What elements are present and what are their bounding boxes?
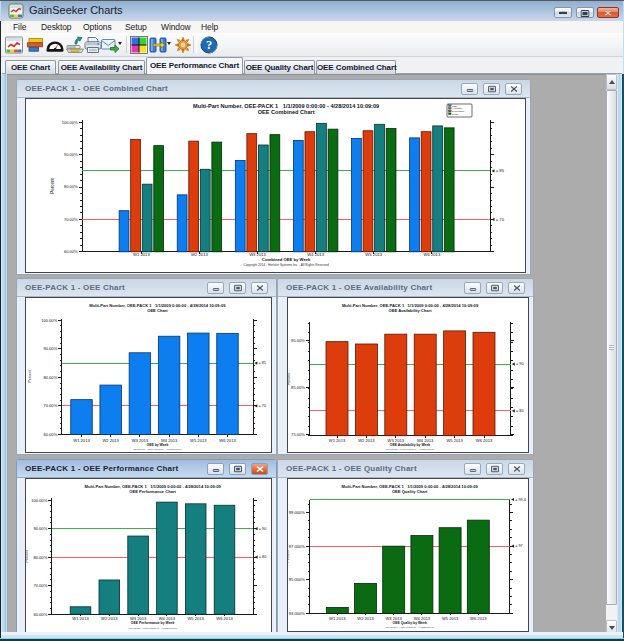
toolbar-help-button[interactable]: ? — [199, 35, 219, 55]
tab-oee-combined-chart[interactable]: OEE Combined Chart — [316, 60, 396, 74]
child-window-title: OEE-PACK 1 - OEE Performance Chart — [25, 464, 178, 473]
svg-text:= 90: = 90 — [516, 362, 524, 366]
child-close-button[interactable] — [508, 282, 525, 294]
bar-chart-icon — [26, 35, 46, 55]
toolbar-bar-chart-button[interactable] — [26, 35, 46, 55]
svg-text:OEE Quality by Week: OEE Quality by Week — [393, 621, 427, 625]
child-maximize-button[interactable] — [486, 463, 503, 475]
svg-text:= 85: = 85 — [259, 361, 267, 365]
child-title-bar[interactable]: OEE-PACK 1 - OEE Availability Chart — [278, 279, 533, 297]
toolbar-color-grid-button[interactable] — [129, 35, 149, 55]
child-window-quality[interactable]: OEE-PACK 1 - OEE Quality Chart Multi-Par… — [277, 459, 534, 635]
chart-canvas-quality: Multi-Part Number, OEE-PACK 1 1/1/2009 0… — [287, 478, 529, 632]
child-maximize-button[interactable] — [486, 282, 503, 294]
child-maximize-button[interactable] — [483, 83, 500, 95]
child-minimize-button[interactable] — [207, 463, 224, 475]
chart-canvas-performance: Multi-Part Number, OEE-PACK 1 1/1/2009 0… — [25, 478, 272, 634]
color-grid-icon — [129, 35, 149, 55]
scrollbar-up-button[interactable] — [606, 74, 617, 90]
child-window-title: OEE-PACK 1 - OEE Quality Chart — [286, 464, 417, 473]
child-window-performance[interactable]: OEE-PACK 1 - OEE Performance Chart Multi… — [16, 459, 277, 635]
child-window-availability[interactable]: OEE-PACK 1 - OEE Availability Chart Mult… — [277, 278, 534, 455]
tab-oee-performance-chart[interactable]: OEE Performance Chart — [146, 57, 243, 74]
svg-text:60.00%: 60.00% — [64, 249, 78, 254]
child-close-button[interactable] — [505, 83, 522, 95]
toolbar-chart-window-button[interactable] — [4, 35, 24, 55]
svg-text:70.00%: 70.00% — [64, 217, 78, 222]
child-close-button[interactable] — [251, 463, 268, 475]
child-window-oee[interactable]: OEE-PACK 1 - OEE Chart Multi-Part Number… — [16, 278, 277, 455]
child-minimize-button[interactable] — [464, 282, 481, 294]
restore-icon — [581, 9, 590, 17]
title-bar[interactable]: GainSeeker Charts — [1, 1, 623, 21]
scrollbar-grip — [609, 345, 614, 350]
svg-text:W2 2013: W2 2013 — [357, 616, 374, 621]
toolbar-tile-windows-button[interactable] — [148, 35, 168, 55]
svg-text:93.000%: 93.000% — [289, 611, 306, 616]
menu-bar: File Desktop Options Setup Window Help — [1, 21, 623, 33]
svg-text:100.00%: 100.00% — [62, 120, 78, 125]
svg-text:W6 2013: W6 2013 — [219, 438, 236, 443]
chart-tab-strip: OEE Chart OEE Availability Chart OEE Per… — [1, 57, 623, 74]
svg-text:W6 2013: W6 2013 — [476, 438, 493, 443]
svg-text:Copyright 2014 - Hertzler Syst: Copyright 2014 - Hertzler Systems Inc. -… — [386, 448, 434, 450]
svg-text:OEE Chart: OEE Chart — [147, 308, 168, 313]
child-title-bar[interactable]: OEE-PACK 1 - OEE Quality Chart — [278, 460, 533, 478]
svg-text:Percent: Percent — [26, 550, 30, 562]
toolbar-separator — [193, 36, 197, 53]
toolbar: ? — [1, 33, 623, 57]
svg-text:W5 2013: W5 2013 — [365, 252, 382, 257]
menu-options[interactable]: Options — [83, 22, 112, 33]
mdi-vertical-scrollbar[interactable] — [606, 74, 617, 636]
svg-text:= 70: = 70 — [259, 404, 267, 408]
app-title: GainSeeker Charts — [29, 4, 123, 16]
gauge-icon — [45, 35, 65, 55]
child-minimize-button[interactable] — [461, 83, 478, 95]
child-close-button[interactable] — [508, 463, 525, 475]
window-minimize-button[interactable] — [554, 7, 572, 18]
child-title-bar[interactable]: OEE-PACK 1 - OEE Combined Chart — [17, 80, 530, 98]
menu-help[interactable]: Help — [201, 22, 218, 33]
child-minimize-button[interactable] — [464, 463, 481, 475]
child-close-button[interactable] — [251, 282, 268, 294]
svg-text:= 85: = 85 — [496, 168, 505, 173]
child-minimize-button[interactable] — [207, 282, 224, 294]
toolbar-send-mail-button[interactable] — [100, 35, 120, 55]
toolbar-settings-button[interactable] — [173, 35, 193, 55]
svg-text:90.00%: 90.00% — [43, 346, 57, 351]
svg-text:60.00%: 60.00% — [33, 612, 47, 617]
send-mail-dropdown-arrow[interactable] — [118, 42, 122, 45]
svg-text:W5 2013: W5 2013 — [190, 438, 207, 443]
svg-text:Multi-Part Number, OEE-PACK 1: Multi-Part Number, OEE-PACK 1 1/1/2009 0… — [342, 484, 479, 489]
scroll-down-icon — [609, 626, 615, 630]
svg-text:W5 2013: W5 2013 — [188, 616, 205, 621]
tab-oee-availability-chart[interactable]: OEE Availability Chart — [58, 60, 145, 74]
child-title-bar[interactable]: OEE-PACK 1 - OEE Chart — [17, 279, 276, 297]
svg-text:W6 2013: W6 2013 — [423, 252, 440, 257]
svg-text:Copyright 2014 - Hertzler Syst: Copyright 2014 - Hertzler Systems Inc. -… — [129, 627, 177, 629]
close-icon — [256, 285, 263, 291]
menu-desktop[interactable]: Desktop — [41, 22, 71, 33]
svg-text:Availability: Availability — [452, 107, 463, 109]
toolbar-gauge-button[interactable] — [45, 35, 65, 55]
tab-oee-chart[interactable]: OEE Chart — [5, 60, 56, 74]
scrollbar-thumb[interactable] — [606, 90, 617, 605]
menu-file[interactable]: File — [13, 22, 26, 33]
child-window-combined[interactable]: OEE-PACK 1 - OEE Combined Chart Multi-Pa… — [16, 79, 531, 275]
svg-text:95.00%: 95.00% — [291, 338, 305, 343]
svg-text:= 97: = 97 — [515, 544, 523, 548]
svg-text:Combined OEE by Week: Combined OEE by Week — [262, 257, 311, 262]
tile-windows-dropdown-arrow[interactable] — [167, 42, 171, 45]
child-maximize-button[interactable] — [229, 282, 246, 294]
menu-window[interactable]: Window — [161, 22, 191, 33]
svg-text:Quality: Quality — [452, 113, 460, 115]
child-title-bar[interactable]: OEE-PACK 1 - OEE Performance Chart — [17, 460, 276, 478]
window-close-button[interactable] — [597, 7, 619, 18]
svg-text:Multi-Part Number, OEE-PACK 1: Multi-Part Number, OEE-PACK 1 1/1/2009 0… — [89, 303, 226, 308]
child-maximize-button[interactable] — [229, 463, 246, 475]
menu-setup[interactable]: Setup — [125, 22, 147, 33]
minimize-icon — [469, 466, 476, 472]
window-restore-button[interactable] — [576, 7, 594, 18]
toolbar-scanner-button[interactable] — [65, 35, 85, 55]
tab-oee-quality-chart[interactable]: OEE Quality Chart — [244, 60, 315, 74]
